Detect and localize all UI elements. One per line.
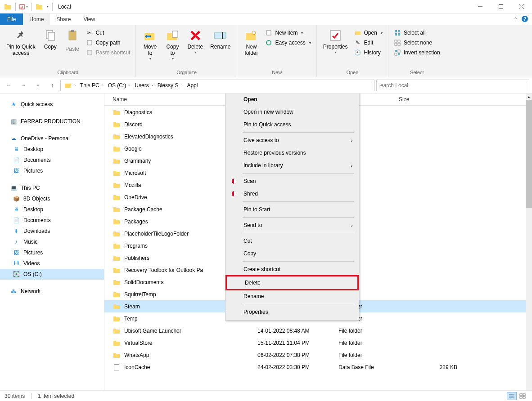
svg-rect-48	[113, 134, 116, 136]
breadcrumb-root-icon[interactable]: ›	[63, 82, 77, 89]
breadcrumb[interactable]: Appl	[185, 82, 199, 89]
svg-rect-92	[523, 397, 525, 398]
ctx-pin-quick-access[interactable]: Pin to Quick access	[225, 118, 359, 131]
history-button[interactable]: 🕘History	[352, 48, 385, 58]
status-bar: 30 items 1 item selected	[0, 390, 532, 401]
ctx-shred[interactable]: Shred	[225, 187, 359, 200]
ctx-copy[interactable]: Copy	[225, 247, 359, 260]
sidebar-item[interactable]: 🎞Videos	[0, 258, 104, 269]
sidebar-item-os-c[interactable]: 💽OS (C:)	[0, 269, 104, 280]
folder-icon	[113, 230, 121, 238]
sidebar-item[interactable]: ♪Music	[0, 236, 104, 247]
sidebar-item[interactable]: 🖼Pictures	[0, 247, 104, 258]
ctx-scan[interactable]: Scan	[225, 175, 359, 187]
svg-point-27	[266, 40, 271, 45]
sidebar-item[interactable]: 🖼Pictures	[0, 165, 104, 176]
tab-home[interactable]: Home	[23, 13, 50, 25]
tab-file[interactable]: File	[0, 13, 23, 25]
file-row[interactable]: WhatsApp06-02-2022 07:38 PMFile folder	[104, 349, 526, 361]
svg-rect-69	[113, 269, 120, 273]
ctx-pin-start[interactable]: Pin to Start	[225, 203, 359, 216]
folder-icon	[113, 205, 121, 214]
ctx-include-library[interactable]: Include in library›	[225, 159, 359, 172]
copy-path-button[interactable]: Copy path	[83, 38, 133, 48]
sidebar-item[interactable]: 📄Documents	[0, 215, 104, 226]
ctx-open-new-window[interactable]: Open in new window	[225, 106, 359, 118]
ctx-delete[interactable]: Delete	[225, 275, 359, 290]
paste-shortcut-button[interactable]: Paste shortcut	[83, 48, 133, 58]
forward-button[interactable]: →	[17, 79, 30, 92]
cut-button[interactable]: ✂Cut	[83, 28, 133, 38]
ctx-create-shortcut[interactable]: Create shortcut	[225, 263, 359, 276]
svg-rect-74	[113, 292, 116, 294]
help-icon[interactable]: ?	[521, 15, 528, 24]
pin-to-quick-access-button[interactable]: Pin to Quick access	[3, 26, 39, 57]
edit-button[interactable]: ✎Edit	[352, 38, 385, 48]
view-details-button[interactable]	[507, 392, 517, 400]
maximize-button[interactable]	[491, 0, 511, 13]
file-row[interactable]: VirtualStore15-11-2021 11:04 PMFile fold…	[104, 337, 526, 349]
svg-rect-50	[113, 147, 116, 148]
select-all-button[interactable]: Select all	[391, 28, 443, 38]
file-row[interactable]: IconCache24-02-2022 03:30 PMData Base Fi…	[104, 361, 526, 373]
delete-button[interactable]: Delete▾	[184, 26, 207, 54]
collapse-ribbon-icon[interactable]: ⌃	[514, 17, 518, 22]
sidebar-quick-access[interactable]: ★Quick access	[0, 99, 104, 110]
ctx-open[interactable]: Open	[225, 94, 359, 106]
qat-dropdown[interactable]: ▾	[47, 4, 49, 9]
tab-share[interactable]: Share	[50, 13, 77, 25]
new-item-button[interactable]: New item▾	[262, 28, 313, 38]
open-button[interactable]: Open▾	[352, 28, 385, 38]
breadcrumb[interactable]: Blessy S›	[156, 82, 185, 89]
sidebar-item[interactable]: 📦3D Objects	[0, 193, 104, 204]
svg-rect-44	[113, 110, 116, 111]
minimize-button[interactable]	[470, 0, 491, 13]
view-thumbnails-button[interactable]	[518, 392, 527, 400]
sidebar-item[interactable]: ⬇Downloads	[0, 226, 104, 236]
ctx-restore-versions[interactable]: Restore previous versions	[225, 147, 359, 159]
easy-access-button[interactable]: Easy access▾	[262, 38, 313, 48]
sidebar-network[interactable]: 🖧Network	[0, 286, 104, 297]
breadcrumb[interactable]: Users›	[133, 82, 154, 89]
qat-properties-icon[interactable]: ▾	[18, 2, 28, 12]
column-size[interactable]: Size	[395, 94, 458, 105]
ctx-cut[interactable]: Cut	[225, 235, 359, 247]
qat-folder-icon[interactable]	[34, 2, 44, 12]
back-button[interactable]: ←	[3, 79, 15, 92]
sidebar-onedrive[interactable]: ☁OneDrive - Personal	[0, 133, 104, 144]
file-row[interactable]: Ubisoft Game Launcher14-01-2022 08:48 AM…	[104, 325, 526, 337]
tab-view[interactable]: View	[77, 13, 101, 25]
breadcrumb[interactable]: This PC›	[78, 82, 105, 89]
ctx-send-to[interactable]: Send to›	[225, 219, 359, 232]
search-input[interactable]: earch Local	[376, 80, 529, 91]
move-to-button[interactable]: Move to▾	[139, 26, 161, 61]
file-size: 239 KB	[403, 364, 457, 370]
address-bar[interactable]: › This PC› OS (C:)› Users› Blessy S› App…	[60, 80, 374, 91]
select-none-button[interactable]: Select none	[391, 38, 443, 48]
sidebar-item[interactable]: 🖥Desktop	[0, 204, 104, 215]
copy-to-button[interactable]: Copy to▾	[161, 26, 184, 61]
sidebar-item[interactable]: 🖥Desktop	[0, 144, 104, 155]
ctx-properties[interactable]: Properties	[225, 306, 359, 318]
sidebar-item[interactable]: 📄Documents	[0, 155, 104, 165]
ctx-give-access[interactable]: Give access to›	[225, 134, 359, 147]
svg-rect-31	[398, 30, 400, 32]
sidebar-farrad[interactable]: 🏢FARRAD PRODUCTION	[0, 116, 104, 127]
paste-button[interactable]: Paste	[62, 26, 83, 54]
svg-rect-36	[395, 43, 397, 45]
close-button[interactable]	[511, 0, 532, 13]
new-folder-button[interactable]: New folder	[240, 26, 262, 57]
navigation-pane[interactable]: ★Quick access 🏢FARRAD PRODUCTION ☁OneDri…	[0, 94, 104, 390]
breadcrumb[interactable]: OS (C:)›	[106, 82, 132, 89]
rename-button[interactable]: Rename	[207, 26, 234, 50]
invert-selection-button[interactable]: Invert selection	[391, 48, 443, 58]
properties-button[interactable]: Properties▾	[320, 26, 352, 54]
sidebar-this-pc[interactable]: 💻This PC	[0, 183, 104, 193]
copy-button[interactable]: Copy	[39, 26, 62, 50]
ctx-rename[interactable]: Rename	[225, 290, 359, 303]
svg-rect-78	[113, 316, 116, 318]
recent-dropdown[interactable]: ▾	[32, 79, 44, 92]
scrollbar[interactable]: ▴	[526, 94, 532, 390]
svg-rect-55	[113, 184, 120, 188]
up-button[interactable]: ↑	[46, 79, 59, 92]
